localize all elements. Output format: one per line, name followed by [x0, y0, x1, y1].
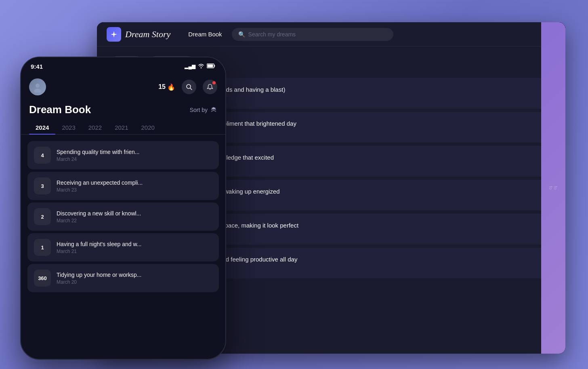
- dream-number: 4: [34, 147, 51, 164]
- tab-2023[interactable]: 2023: [55, 121, 82, 134]
- dream-title: Having a full night's sleep and w...: [57, 241, 212, 247]
- streak-emoji: 🔥: [167, 83, 175, 91]
- dream-text: Tidying up your home or worksp... March …: [57, 272, 212, 285]
- notification-dot: [212, 81, 216, 84]
- desktop-nav: Dream Book: [188, 31, 222, 38]
- list-item[interactable]: 360 Tidying up your home or worksp... Ma…: [27, 264, 219, 292]
- dream-date: March 20: [57, 279, 212, 285]
- tab-2022[interactable]: 2022: [82, 121, 108, 134]
- streak-badge: 15 🔥: [158, 83, 175, 91]
- right-panel: fofo: [541, 22, 565, 354]
- dream-text: Spending quality time with frien... Marc…: [57, 149, 212, 162]
- mobile-header-right: 15 🔥: [158, 80, 217, 94]
- status-time: 9:41: [31, 63, 43, 70]
- list-item[interactable]: 4 Spending quality time with frien... Ma…: [27, 141, 219, 169]
- mobile-header: 15 🔥: [21, 75, 225, 100]
- list-item[interactable]: 3 Receiving an unexpected compli... Marc…: [27, 172, 219, 200]
- list-item[interactable]: 1 Having a full night's sleep and w... M…: [27, 233, 219, 261]
- logo-icon: [107, 27, 121, 42]
- dream-date: March 21: [57, 249, 212, 254]
- dream-number: 2: [34, 208, 51, 225]
- search-input[interactable]: [248, 31, 387, 38]
- dream-date: March 24: [57, 156, 212, 162]
- signal-icon: ▂▄▆: [185, 63, 195, 69]
- svg-point-2: [36, 84, 40, 88]
- dream-title: Tidying up your home or worksp...: [57, 272, 212, 278]
- dream-text: Receiving an unexpected compli... March …: [57, 179, 212, 193]
- dream-title: Discovering a new skill or knowl...: [57, 210, 212, 217]
- dream-title: Receiving an unexpected compli...: [57, 179, 212, 186]
- tab-2021[interactable]: 2021: [108, 121, 134, 134]
- mobile-phone: 9:41 ▂▄▆: [20, 57, 226, 360]
- app-title: Dream Story: [125, 29, 170, 40]
- sort-label: Sort by: [190, 107, 208, 113]
- svg-rect-1: [208, 64, 213, 67]
- dream-text: Discovering a new skill or knowl... Marc…: [57, 210, 212, 224]
- dream-date: March 22: [57, 218, 212, 224]
- nav-dreambook[interactable]: Dream Book: [188, 31, 222, 38]
- sort-button[interactable]: Sort by: [190, 106, 217, 114]
- desktop-header: Dream Story Dream Book 🔍: [97, 22, 565, 46]
- mobile-dream-list: 4 Spending quality time with frien... Ma…: [21, 141, 225, 292]
- dream-title: Spending quality time with frien...: [57, 149, 212, 155]
- mobile-book-header: Dream Book Sort by: [21, 100, 225, 121]
- search-icon: 🔍: [238, 31, 245, 38]
- dream-text: Having a full night's sleep and w... Mar…: [57, 241, 212, 254]
- status-bar: 9:41 ▂▄▆: [21, 57, 225, 75]
- avatar[interactable]: [29, 78, 46, 95]
- status-icons: ▂▄▆: [185, 63, 216, 70]
- list-item[interactable]: 2 Discovering a new skill or knowl... Ma…: [27, 202, 219, 231]
- dream-number: 3: [34, 177, 51, 194]
- dream-date: March 23: [57, 187, 212, 193]
- search-bar[interactable]: 🔍: [232, 28, 393, 41]
- right-panel-text: fofo: [548, 186, 558, 190]
- year-tabs: 2024 2023 2022 2021 2020: [21, 121, 225, 135]
- battery-icon: [207, 63, 216, 70]
- mobile-book-title: Dream Book: [29, 103, 91, 116]
- tab-2020[interactable]: 2020: [135, 121, 161, 134]
- svg-point-3: [34, 89, 41, 93]
- streak-count: 15: [158, 83, 166, 91]
- search-button[interactable]: [182, 80, 196, 94]
- wifi-icon: [198, 63, 204, 70]
- tab-2024[interactable]: 2024: [29, 121, 55, 134]
- svg-line-5: [190, 88, 192, 90]
- app-logo: Dream Story: [107, 27, 170, 42]
- dream-number: 360: [34, 270, 51, 287]
- notification-button[interactable]: [203, 80, 217, 94]
- dream-number: 1: [34, 239, 51, 256]
